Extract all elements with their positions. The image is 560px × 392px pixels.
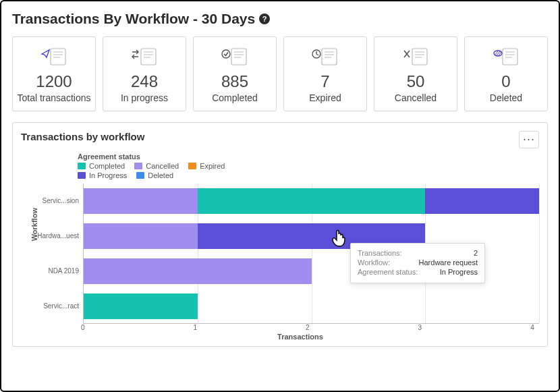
card-value: 248	[107, 72, 181, 91]
x-ticks: 01234	[83, 324, 539, 331]
card-deleted[interactable]: 0 Deleted	[464, 36, 548, 111]
x-tick: 1	[194, 324, 306, 331]
tooltip-value: In Progress	[440, 268, 478, 276]
legend-item-cancelled[interactable]: Cancelled	[134, 162, 179, 170]
legend-label: Completed	[89, 162, 125, 170]
card-value: 1200	[17, 72, 91, 91]
stat-cards-row: 1200 Total transactions 248 In progress …	[12, 36, 548, 111]
cancel-icon	[379, 45, 453, 68]
bar-segment[interactable]	[84, 258, 312, 284]
legend-item-in-progress[interactable]: In Progress	[78, 171, 127, 179]
swatch-expired	[188, 163, 196, 169]
page-title: Transactions By Workflow - 30 Days	[12, 11, 255, 27]
clock-icon	[288, 45, 362, 68]
swatch-deleted	[136, 172, 144, 179]
bar-segment[interactable]	[425, 188, 539, 214]
svg-rect-18	[412, 49, 427, 65]
tooltip-key: Workflow:	[358, 258, 390, 267]
y-axis-label: Workflow	[30, 208, 38, 241]
card-value: 0	[469, 72, 543, 91]
swatch-completed	[78, 163, 86, 169]
x-tick: 3	[418, 324, 531, 331]
card-label: In progress	[107, 92, 181, 104]
card-expired[interactable]: 7 Expired	[283, 36, 367, 111]
chart-panel: Transactions by workflow ··· Agreement s…	[12, 122, 548, 347]
swatch-in-progress	[78, 172, 86, 179]
transfer-icon	[107, 45, 181, 68]
more-button[interactable]: ···	[519, 131, 539, 148]
legend-label: Expired	[200, 162, 225, 170]
legend-item-completed[interactable]: Completed	[78, 162, 125, 170]
bar-segment[interactable]	[84, 223, 198, 249]
tooltip-key: Agreement status:	[358, 268, 418, 276]
y-tick: Servic...ract	[41, 289, 83, 324]
card-value: 50	[379, 72, 453, 91]
help-icon[interactable]: ?	[259, 13, 270, 24]
y-tick: Servic...sion	[41, 184, 83, 219]
y-tick: NDA 2019	[41, 254, 83, 289]
send-icon	[17, 45, 91, 68]
card-value: 885	[198, 72, 272, 91]
tooltip-key: Transactions:	[358, 249, 402, 257]
legend-title: Agreement status	[78, 152, 539, 161]
bar-row[interactable]	[84, 293, 198, 319]
bar-row[interactable]	[84, 258, 312, 284]
x-tick: 4	[530, 324, 537, 331]
card-label: Cancelled	[379, 92, 453, 104]
card-completed[interactable]: 885 Completed	[193, 36, 277, 111]
legend-label: Cancelled	[146, 162, 179, 170]
card-label: Expired	[288, 92, 362, 104]
x-tick: 2	[306, 324, 418, 331]
bar-row[interactable]	[84, 188, 539, 214]
y-ticks: Servic...sion Hardwa...uest NDA 2019 Ser…	[41, 184, 83, 324]
tooltip-value: Hardware request	[419, 258, 478, 267]
svg-rect-22	[503, 49, 517, 65]
card-label: Total transactions	[17, 92, 91, 104]
svg-rect-13	[322, 49, 337, 65]
bar-segment[interactable]	[84, 293, 198, 319]
bar-segment[interactable]	[198, 188, 426, 214]
legend-item-expired[interactable]: Expired	[188, 162, 225, 170]
card-total[interactable]: 1200 Total transactions	[12, 36, 96, 111]
svg-point-12	[222, 50, 230, 58]
deleted-icon	[469, 45, 543, 68]
svg-rect-8	[231, 49, 246, 65]
chart-legend: Agreement status Completed Cancelled Exp…	[78, 152, 539, 179]
card-value: 7	[288, 72, 362, 91]
cursor-pointer-icon	[331, 229, 347, 248]
y-tick: Hardwa...uest	[41, 219, 83, 254]
legend-item-deleted[interactable]: Deleted	[136, 171, 173, 179]
chart-title: Transactions by workflow	[21, 131, 144, 142]
svg-rect-0	[51, 49, 65, 65]
swatch-cancelled	[134, 163, 142, 169]
legend-label: In Progress	[89, 171, 127, 179]
card-in-progress[interactable]: 248 In progress	[103, 36, 186, 111]
check-circle-icon	[198, 45, 272, 68]
chart-tooltip: Transactions:2 Workflow:Hardware request…	[350, 243, 485, 283]
legend-label: Deleted	[148, 171, 173, 179]
card-cancelled[interactable]: 50 Cancelled	[374, 36, 457, 111]
svg-rect-4	[141, 49, 156, 65]
bar-segment[interactable]	[84, 188, 198, 214]
x-axis-label: Transactions	[61, 333, 539, 341]
x-tick: 0	[81, 324, 194, 331]
card-label: Completed	[198, 92, 272, 104]
tooltip-value: 2	[474, 249, 478, 257]
card-label: Deleted	[469, 92, 543, 104]
